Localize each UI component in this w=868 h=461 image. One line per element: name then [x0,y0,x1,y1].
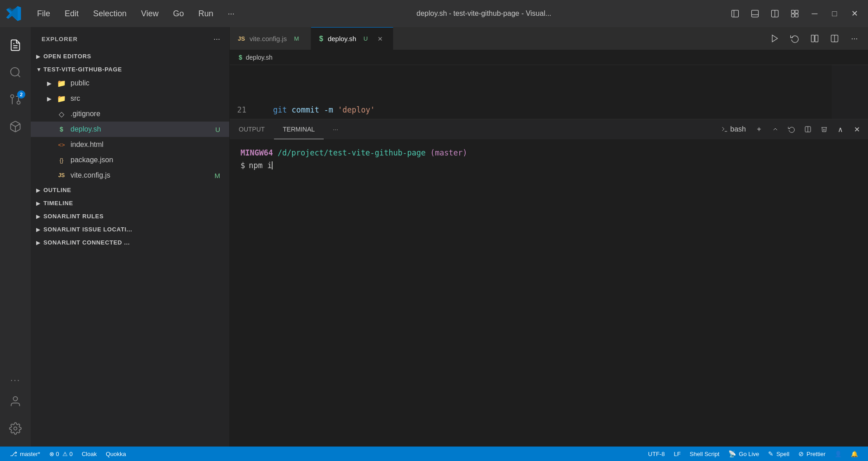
timeline-header[interactable]: ▶ TIMELINE [31,196,229,209]
activity-explorer[interactable] [4,33,27,57]
split-editor-button[interactable] [826,30,843,47]
panel-tab-terminal[interactable]: TERMINAL [274,119,324,139]
layout-split-icon[interactable] [767,5,783,22]
layout-sidebar-toggle-icon[interactable] [727,5,743,22]
open-editors-label: OPEN EDITORS [43,53,91,60]
status-spell-label: Spell [776,451,789,457]
sonarlint-rules-header[interactable]: ▶ SONARLINT RULES [31,209,229,222]
status-encoding[interactable]: UTF-8 [644,447,670,461]
terminal-kill-button[interactable] [817,122,831,136]
menu-edit[interactable]: Edit [58,6,85,21]
tab-vite-config[interactable]: JS vite.config.js M [230,27,311,50]
source-control-badge: 2 [17,90,25,99]
panel-close-button[interactable]: ✕ [850,122,863,136]
terminal-content[interactable]: MINGW64 /d/project/test-vite-github-page… [230,139,868,447]
status-branch-label: master* [20,451,40,457]
shell-file-icon: $ [56,124,67,135]
menu-more[interactable]: ··· [222,6,241,21]
status-go-live[interactable]: 📡 Go Live [724,447,764,461]
diff-view-button[interactable] [807,30,823,47]
terminal-space [273,148,278,157]
sonarlint-issue-header[interactable]: ▶ SONARLINT ISSUE LOCATI... [31,222,229,235]
activity-account[interactable] [4,390,27,413]
activity-source-control[interactable]: 2 [4,88,27,111]
sonarlint-rules-label: SONARLINT RULES [43,213,104,220]
panel-tab-more[interactable]: ··· [324,119,347,139]
layout-panel-toggle-icon[interactable] [747,5,763,22]
sidebar-more-actions[interactable]: ··· [213,34,220,44]
status-eol[interactable]: LF [669,447,685,461]
status-cloak[interactable]: Cloak [77,447,101,461]
menu-run[interactable]: Run [192,6,220,21]
activity-search[interactable] [4,61,27,84]
menu-go[interactable]: Go [167,6,190,21]
restore-button[interactable]: □ [826,5,843,22]
menu-bar: File Edit Selection View Go Run ··· [31,6,241,21]
tab-label: vite.config.js [250,35,287,42]
terminal-path: /d/project/test-vite-github-page [278,148,426,157]
project-header[interactable]: ▼ TEST-VITE-GITHUB-PAGE [31,62,229,75]
status-errors[interactable]: ⊗ 0 ⚠ 0 [45,447,77,461]
terminal-refresh-button[interactable] [785,122,798,136]
tab-deploy-sh[interactable]: $ deploy.sh U ✕ [311,27,393,50]
status-cloak-label: Cloak [82,451,97,457]
svg-rect-9 [795,14,798,17]
minimize-button[interactable]: ─ [807,5,823,22]
spell-icon: ✎ [768,450,774,457]
terminal-branch: (master) [430,148,467,157]
menu-view[interactable]: View [135,6,165,21]
status-spell[interactable]: ✎ Spell [764,447,794,461]
sidebar-item-vite-config[interactable]: JS vite.config.js M [31,168,229,183]
terminal-prompt: MINGW64 /d/project/test-vite-github-page… [241,148,857,157]
sidebar-item-package-json[interactable]: {} package.json [31,152,229,168]
terminal-shell-selector[interactable]: bash [717,122,750,136]
sonarlint-connected-header[interactable]: ▶ SONARLINT CONNECTED ... [31,235,229,249]
code-view: 21 git commit -m 'deploy' [230,65,868,119]
open-editors-arrow-icon: ▶ [36,53,43,60]
sidebar-item-index-html[interactable]: <> index.html [31,137,229,152]
more-actions-button[interactable]: ··· [846,30,863,47]
menu-selection[interactable]: Selection [87,6,133,21]
folder-arrow-icon: ▶ [47,95,56,102]
status-prettier-label: Prettier [807,451,826,457]
folder-arrow-icon: ▶ [47,80,56,87]
sidebar-item-label: deploy.sh [71,125,215,133]
terminal-split-button[interactable] [769,122,782,136]
status-branch[interactable]: ⎇ master* [5,447,45,461]
tab-close-button[interactable]: ✕ [376,34,385,43]
menu-file[interactable]: File [31,6,57,21]
open-changes-button[interactable] [787,30,803,47]
shell-icon: $ [319,35,323,43]
close-button[interactable]: ✕ [846,5,863,22]
panel-tab-output[interactable]: OUTPUT [230,119,274,139]
terminal-layout-button[interactable] [801,122,815,136]
activity-ellipsis[interactable]: ··· [4,373,27,386]
status-encoding-label: UTF-8 [648,451,665,457]
account-status-icon: 👤 [835,451,842,457]
editor-area: JS vite.config.js M $ deploy.sh U ✕ [230,27,868,447]
layout-customize-icon[interactable] [787,5,803,22]
outline-label: OUTLINE [43,187,71,193]
run-file-button[interactable] [767,30,783,47]
notification-icon: 🔔 [851,451,858,457]
status-quokka[interactable]: Quokka [101,447,131,461]
activity-extensions[interactable] [4,115,27,138]
svg-point-15 [11,95,14,98]
status-notifications[interactable]: 🔔 [846,447,863,461]
panel-maximize-button[interactable]: ∧ [834,122,847,136]
open-editors-header[interactable]: ▶ OPEN EDITORS [31,49,229,62]
terminal-cursor [272,161,273,169]
status-language[interactable]: Shell Script [685,447,724,461]
minimap [832,65,868,119]
status-account[interactable]: 👤 [830,447,846,461]
outline-header[interactable]: ▶ OUTLINE [31,183,229,196]
sonarlint-issue-section: ▶ SONARLINT ISSUE LOCATI... [31,222,229,235]
sidebar-item-deploy-sh[interactable]: $ deploy.sh U [31,122,229,137]
activity-settings[interactable] [4,417,27,440]
sidebar-item-gitignore[interactable]: ◇ .gitignore [31,106,229,122]
sidebar-item-src[interactable]: ▶ 📁 src [31,91,229,106]
new-terminal-button[interactable]: + [752,122,766,136]
timeline-section: ▶ TIMELINE [31,196,229,209]
status-prettier[interactable]: ⊘ Prettier [794,447,830,461]
sidebar-item-public[interactable]: ▶ 📁 public [31,75,229,91]
